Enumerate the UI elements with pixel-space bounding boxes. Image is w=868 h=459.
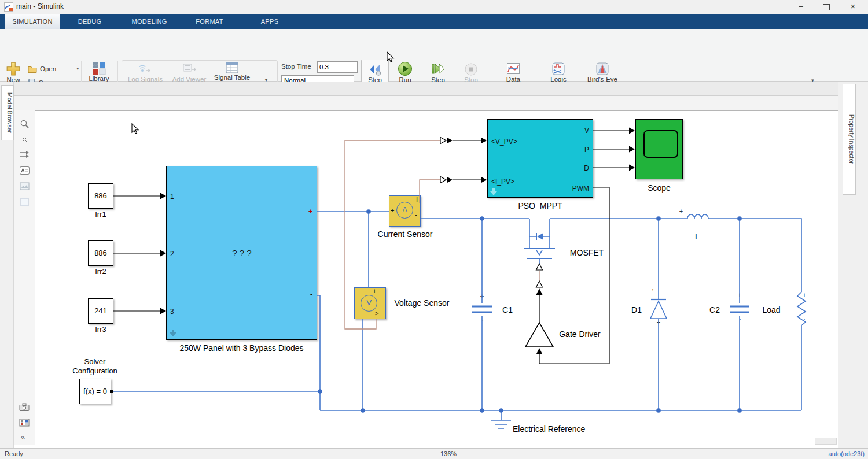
image-annotation-icon[interactable] bbox=[20, 182, 30, 190]
inductor-plus: + bbox=[677, 208, 685, 214]
signal-routing-icon[interactable] bbox=[20, 150, 30, 158]
palette-column bbox=[14, 110, 35, 445]
block-pv-panel[interactable]: 1 2 3 ? ? ? + - bbox=[166, 166, 317, 340]
tab-modeling[interactable]: MODELING bbox=[127, 14, 171, 29]
block-irr1[interactable]: 886 bbox=[88, 183, 113, 209]
stop-button[interactable]: Stop bbox=[459, 62, 483, 84]
gate-driver-gain: 5 bbox=[534, 332, 545, 341]
minimize-button[interactable]: – bbox=[788, 0, 814, 14]
stop-time-label: Stop Time bbox=[281, 63, 311, 70]
signal-table-icon bbox=[226, 62, 238, 74]
title-bar: main - Simulink – × bbox=[0, 0, 868, 14]
panel-port-2: 2 bbox=[170, 250, 174, 258]
tab-simulation[interactable]: SIMULATION bbox=[5, 14, 60, 29]
step-forward-icon bbox=[431, 61, 446, 76]
scroll-corner[interactable] bbox=[815, 438, 837, 445]
step-back-icon bbox=[368, 62, 382, 76]
block-irr3[interactable]: 241 bbox=[88, 298, 113, 324]
library-browser-icon bbox=[92, 61, 106, 75]
pso-port-vpv: <V_PV> bbox=[491, 138, 517, 146]
c2-plus: + bbox=[735, 291, 744, 298]
gate-driver-label: Gate Driver bbox=[551, 330, 609, 339]
panel-port-minus: - bbox=[310, 290, 312, 298]
c1-minus: ' bbox=[479, 319, 487, 325]
c1-label: C1 bbox=[496, 305, 519, 314]
block-solver-configuration[interactable]: f(x) = 0 bbox=[79, 379, 111, 404]
pso-open-subsystem-icon[interactable] bbox=[490, 188, 497, 195]
birdseye-scope-icon bbox=[595, 62, 609, 76]
block-scope-label: Scope bbox=[635, 183, 683, 193]
current-sensor-plus: + bbox=[391, 207, 394, 214]
palette-collapse-icon[interactable]: « bbox=[21, 432, 25, 441]
ground-label: Electrical Reference bbox=[513, 424, 605, 434]
annotation-icon[interactable] bbox=[20, 166, 30, 175]
panel-open-subsystem-icon[interactable] bbox=[170, 330, 176, 336]
open-button[interactable]: Open ▾ bbox=[28, 62, 79, 75]
zoom-tool-icon[interactable] bbox=[20, 119, 30, 129]
panel-port-plus: + bbox=[308, 208, 312, 216]
c2-minus: ' bbox=[736, 317, 744, 324]
block-pv-panel-label: 250W Panel with 3 Bypass Diodes bbox=[166, 343, 317, 353]
add-viewer-button[interactable]: Add Viewer bbox=[169, 62, 209, 83]
add-viewer-icon bbox=[182, 62, 196, 76]
scope-screen bbox=[643, 130, 678, 158]
run-icon bbox=[398, 61, 413, 76]
status-solver[interactable]: auto(ode23t) bbox=[818, 450, 865, 457]
block-pso-mppt-label: PSO_MPPT bbox=[487, 201, 593, 210]
pso-port-pwm: PWM bbox=[572, 184, 589, 193]
mosfet-label: MOSFET bbox=[565, 248, 608, 257]
block-voltage-sensor-label: Voltage Sensor bbox=[381, 298, 462, 308]
solver-label-line1: Solver bbox=[78, 357, 112, 366]
block-irr3-label: Irr3 bbox=[83, 325, 118, 334]
c1-plus: + bbox=[478, 293, 486, 299]
model-canvas[interactable] bbox=[35, 111, 838, 445]
simulink-app-icon bbox=[4, 2, 13, 12]
pso-port-d: D bbox=[584, 164, 589, 172]
stop-time-input[interactable] bbox=[317, 61, 358, 73]
logic-analyzer-icon bbox=[551, 62, 565, 76]
block-pso-mppt[interactable]: <V_PV> <I_PV> V P D PWM bbox=[487, 119, 593, 198]
inductor-label: L bbox=[689, 232, 706, 241]
maximize-button[interactable] bbox=[814, 0, 839, 14]
c2-label: C2 bbox=[703, 305, 726, 314]
tab-apps[interactable]: APPS bbox=[257, 14, 282, 29]
open-caret-icon: ▾ bbox=[76, 66, 79, 71]
log-signals-icon bbox=[138, 62, 152, 76]
camera-icon[interactable] bbox=[19, 403, 30, 411]
pso-port-ipv: <I_PV> bbox=[491, 177, 514, 186]
panel-port-1: 1 bbox=[170, 193, 174, 201]
block-irr2[interactable]: 886 bbox=[88, 240, 113, 266]
status-zoom[interactable]: 136% bbox=[417, 450, 480, 457]
block-irr2-label: Irr2 bbox=[83, 267, 118, 276]
model-browser-tab[interactable]: Model Browser bbox=[1, 85, 14, 140]
tab-debug[interactable]: DEBUG bbox=[74, 14, 105, 29]
load-label: Load bbox=[758, 305, 785, 314]
signal-table-button[interactable]: Signal Table bbox=[212, 62, 252, 82]
area-tool-icon[interactable] bbox=[20, 198, 29, 206]
simulink-window: main - Simulink – × SIMULATION DEBUG MOD… bbox=[0, 0, 868, 459]
window-title: main - Simulink bbox=[16, 2, 64, 10]
voltage-sensor-plus: + bbox=[373, 287, 376, 294]
block-scope[interactable] bbox=[635, 119, 683, 179]
close-button[interactable]: × bbox=[840, 0, 866, 14]
load-minus: ' bbox=[800, 317, 808, 324]
voltage-sensor-symbol: V bbox=[361, 295, 377, 312]
panel-port-3: 3 bbox=[170, 308, 174, 316]
block-current-sensor-label: Current Sensor bbox=[365, 230, 446, 239]
signal-table-label: Signal Table bbox=[212, 74, 252, 82]
library-label-1: Library bbox=[89, 75, 109, 82]
status-bar: Ready 136% auto(ode23t) bbox=[0, 448, 868, 459]
fit-to-view-icon[interactable] bbox=[20, 135, 30, 145]
model-data-icon[interactable] bbox=[19, 419, 30, 427]
current-sensor-minus: - bbox=[415, 211, 417, 218]
log-signals-button[interactable]: Log Signals bbox=[125, 62, 165, 83]
status-ready: Ready bbox=[5, 450, 23, 457]
document-bar: main bbox=[0, 82, 868, 96]
block-current-sensor[interactable]: A + I - bbox=[389, 195, 421, 227]
data-inspector-icon bbox=[506, 62, 520, 76]
ribbon-tab-row: SIMULATION DEBUG MODELING FORMAT APPS ↶ … bbox=[0, 14, 868, 29]
property-inspector-tab[interactable]: Property Inspector bbox=[843, 84, 856, 195]
tab-format[interactable]: FORMAT bbox=[191, 14, 228, 29]
breadcrumb-row: main ▼ bbox=[0, 96, 868, 110]
current-sensor-symbol: A bbox=[396, 202, 413, 219]
